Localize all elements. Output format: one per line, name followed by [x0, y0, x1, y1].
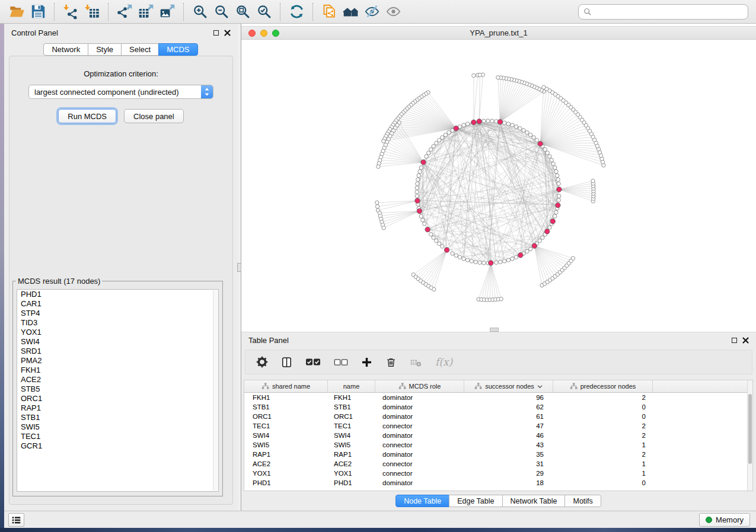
mcds-result-item[interactable]: TID3 — [17, 318, 218, 328]
open-folder-icon[interactable] — [6, 2, 27, 22]
table-cell: 2 — [553, 432, 653, 439]
tab-network-table[interactable]: Network Table — [502, 495, 566, 507]
node-table[interactable]: shared namenameMCDS rolesuccessor nodesp… — [244, 380, 753, 491]
table-row[interactable]: YOX1YOX1connector291 — [244, 469, 752, 478]
table-row[interactable]: SWI4SWI4dominator462 — [244, 431, 752, 440]
mcds-result-item[interactable]: SWI5 — [17, 422, 218, 432]
zoom-out-icon[interactable] — [210, 2, 232, 22]
table-scrollbar[interactable] — [747, 380, 752, 491]
export-table-icon[interactable] — [135, 2, 157, 22]
column-label: MCDS role — [409, 383, 441, 390]
refresh-icon[interactable] — [286, 2, 307, 22]
hierarchy-icon — [261, 383, 269, 390]
table-row[interactable]: STB1STB1dominator620 — [244, 402, 752, 412]
tab-style[interactable]: Style — [88, 43, 122, 56]
task-history-button[interactable] — [8, 513, 24, 527]
table-row[interactable]: RAP1RAP1dominator352 — [244, 450, 752, 459]
table-cell: STB1 — [244, 403, 328, 411]
table-cell: TEC1 — [244, 422, 328, 430]
export-image-icon[interactable] — [157, 2, 178, 22]
search-field[interactable] — [578, 4, 748, 20]
deselect-all-icon[interactable] — [334, 358, 348, 366]
table-scrollbar-thumb[interactable] — [748, 394, 752, 464]
add-icon[interactable] — [361, 357, 372, 368]
desktop-wallpaper-strip — [0, 528, 756, 532]
optimization-criterion-select[interactable]: largest connected component (undirected) — [28, 85, 213, 99]
mcds-result-item[interactable]: YOX1 — [17, 328, 218, 337]
table-cell: YOX1 — [244, 470, 328, 477]
mcds-result-item[interactable]: STB1 — [17, 413, 218, 422]
column-layout-icon[interactable] — [281, 357, 292, 368]
mcds-result-item[interactable]: STB5 — [17, 384, 218, 394]
import-network-icon[interactable] — [60, 2, 81, 22]
documents-share-icon[interactable] — [318, 2, 340, 22]
column-header-predecessor-nodes[interactable]: predecessor nodes — [553, 380, 653, 392]
search-input[interactable] — [595, 8, 743, 17]
table-row[interactable]: TEC1TEC1connector472 — [244, 421, 752, 431]
close-panel-icon[interactable] — [224, 30, 231, 36]
tab-motifs[interactable]: Motifs — [564, 495, 601, 507]
tab-edge-table[interactable]: Edge Table — [449, 495, 502, 507]
settings-gear-icon[interactable] — [256, 356, 268, 368]
mcds-list-scrollbar[interactable] — [213, 290, 218, 491]
mcds-result-item[interactable]: TEC1 — [17, 432, 218, 441]
column-header-shared-name[interactable]: shared name — [244, 380, 328, 392]
export-network-icon[interactable] — [114, 2, 135, 22]
toolbar-separator — [108, 3, 109, 21]
table-row[interactable]: ORC1ORC1dominator610 — [244, 412, 752, 421]
toolbar-separator — [183, 3, 184, 21]
tab-network[interactable]: Network — [43, 43, 88, 56]
table-row[interactable]: FKH1FKH1dominator962 — [244, 393, 752, 402]
table-cell: 46 — [464, 432, 553, 439]
table-cell: PHD1 — [244, 479, 328, 486]
mcds-result-item[interactable]: SWI4 — [17, 337, 218, 347]
zoom-fit-icon[interactable] — [232, 2, 253, 22]
memory-button[interactable]: Memory — [699, 513, 750, 527]
column-header-name[interactable]: name — [328, 380, 375, 392]
mcds-result-item[interactable]: SRD1 — [17, 347, 218, 356]
table-row[interactable]: ACE2ACE2connector311 — [244, 459, 752, 469]
mcds-result-item[interactable]: ORC1 — [17, 394, 218, 403]
splitter-handle[interactable] — [237, 263, 241, 272]
chevron-down-icon — [537, 384, 543, 389]
import-table-icon[interactable] — [81, 2, 103, 22]
memory-label: Memory — [716, 515, 744, 524]
mcds-result-item[interactable]: ACE2 — [17, 375, 218, 384]
close-panel-button[interactable]: Close panel — [124, 109, 184, 123]
control-panel-header: Control Panel — [4, 24, 238, 41]
mcds-result-item[interactable]: PMA2 — [17, 356, 218, 366]
delete-icon[interactable] — [385, 357, 397, 368]
table-cell: dominator — [375, 479, 464, 486]
mcds-result-item[interactable]: STP4 — [17, 309, 218, 318]
table-splitter-handle[interactable] — [490, 328, 499, 332]
run-mcds-button[interactable]: Run MCDS — [58, 109, 116, 123]
float-panel-icon[interactable] — [732, 338, 737, 343]
eye-icon[interactable] — [382, 2, 404, 22]
zoom-selected-icon[interactable] — [253, 2, 275, 22]
mcds-result-item[interactable]: CAR1 — [17, 299, 218, 309]
zoom-in-icon[interactable] — [189, 2, 210, 22]
save-icon[interactable] — [27, 2, 49, 22]
tab-mcds[interactable]: MCDS — [158, 43, 197, 56]
table-cell: ACE2 — [244, 460, 328, 467]
close-panel-icon[interactable] — [742, 337, 749, 344]
network-canvas[interactable] — [241, 40, 756, 332]
table-cell: 29 — [464, 470, 553, 477]
mcds-result-item[interactable]: RAP1 — [17, 403, 218, 413]
column-header-MCDS-role[interactable]: MCDS role — [375, 380, 464, 392]
mcds-result-item[interactable]: FKH1 — [17, 366, 218, 375]
select-all-icon[interactable] — [305, 358, 321, 366]
eye-slash-icon[interactable] — [361, 2, 382, 22]
table-row[interactable]: SWI5SWI5connector431 — [244, 440, 752, 450]
mcds-result-list[interactable]: PHD1CAR1STP4TID3YOX1SWI4SRD1PMA2FKH1ACE2… — [17, 289, 219, 492]
mcds-result-item[interactable]: PHD1 — [17, 290, 218, 299]
houses-icon[interactable] — [340, 2, 361, 22]
toolbar-separator — [312, 3, 313, 21]
float-panel-icon[interactable] — [213, 30, 219, 36]
column-header-successor-nodes[interactable]: successor nodes — [464, 380, 553, 392]
mcds-result-item[interactable]: GCR1 — [17, 441, 218, 451]
tab-node-table[interactable]: Node Table — [395, 495, 449, 507]
tab-select[interactable]: Select — [121, 43, 159, 56]
table-row[interactable]: PHD1PHD1dominator180 — [244, 478, 752, 488]
network-window-titlebar[interactable]: YPA_prune.txt_1 — [241, 26, 756, 40]
